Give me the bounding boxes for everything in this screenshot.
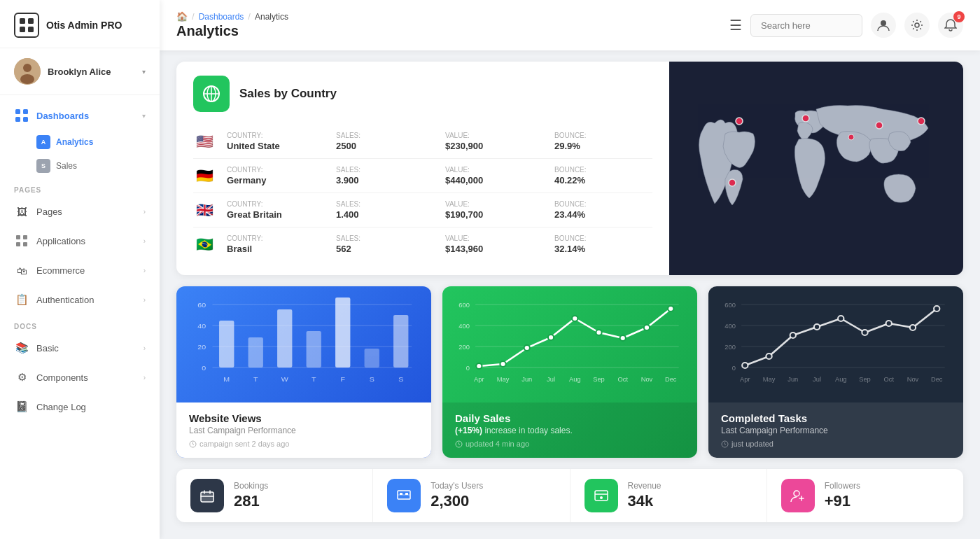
svg-point-92 [910,325,916,330]
value-col: Value: $190,700 [445,200,543,220]
main-content: 🏠 / Dashboards / Analytics Analytics ☰ 9 [160,0,980,539]
svg-text:Jul: Jul [813,376,821,383]
stat-users: Today's Users 2,300 [373,469,570,522]
svg-rect-38 [307,331,321,368]
svg-rect-104 [201,492,214,502]
svg-point-25 [729,179,736,186]
svg-text:S: S [398,376,404,383]
svg-text:Dec: Dec [931,376,943,383]
value-col: Value: $143,960 [445,234,543,254]
svg-text:F: F [340,376,345,383]
user-profile-button[interactable] [871,13,896,38]
analytics-badge: A [36,135,50,149]
svg-point-59 [500,361,505,367]
app-name: Otis Admin PRO [46,20,122,31]
daily-sales-info: Daily Sales (+15%) increase in today sal… [442,402,697,458]
sidebar-item-changelog[interactable]: 📓 Change Log [0,392,160,421]
sidebar-item-authentication[interactable]: 📋 Authentication › [0,285,160,314]
stat-revenue: Revenue 34k [570,469,767,522]
svg-point-110 [600,496,603,499]
sales-card-title: Sales by Country [239,87,337,101]
sidebar-item-components[interactable]: ⚙ Components › [0,363,160,392]
svg-point-89 [838,316,844,321]
sidebar-item-sales[interactable]: S Sales [36,154,160,178]
svg-text:Nov: Nov [641,376,653,383]
ecommerce-label: Ecommerce [36,265,136,276]
sidebar-item-applications[interactable]: Applications › [0,226,160,255]
bookings-icon [190,479,224,512]
components-icon: ⚙ [14,370,29,385]
completed-tasks-subtitle: Last Campaign Performance [721,426,951,435]
svg-rect-0 [20,18,25,24]
dashboards-label: Dashboards [36,111,89,121]
followers-text: Followers +91 [825,481,860,510]
svg-rect-10 [23,117,28,122]
svg-text:Aug: Aug [835,376,847,383]
value-col: Value: $440,000 [445,166,543,186]
sidebar-nav: Dashboards ▾ A Analytics S Sales PAGES 🖼… [0,95,160,539]
svg-point-62 [572,316,578,321]
svg-point-66 [668,306,673,312]
ecommerce-chevron-icon: › [144,267,146,274]
world-map [669,62,963,275]
svg-rect-107 [400,493,402,495]
sidebar: Otis Admin PRO Brooklyn Alice ▾ [0,0,160,539]
sidebar-item-basic[interactable]: 📚 Basic › [0,333,160,363]
svg-rect-108 [405,493,408,495]
settings-button[interactable] [904,13,930,38]
header: 🏠 / Dashboards / Analytics Analytics ☰ 9 [160,0,980,50]
sidebar-item-ecommerce[interactable]: 🛍 Ecommerce › [0,255,160,285]
svg-point-60 [524,345,530,351]
pages-icon: 🖼 [14,204,29,219]
line-chart-area-dark: 600 400 200 0 [708,286,963,402]
svg-rect-12 [23,235,27,239]
value-col: Value: $230,900 [445,132,543,151]
basic-icon: 📚 [14,340,29,356]
svg-text:Dec: Dec [665,376,677,383]
svg-text:May: May [763,376,776,383]
svg-rect-39 [335,298,350,368]
svg-point-16 [915,23,919,27]
svg-text:600: 600 [724,302,736,309]
basic-chevron-icon: › [144,344,146,352]
sidebar-item-pages[interactable]: 🖼 Pages › [0,197,160,226]
sidebar-item-dashboards[interactable]: Dashboards ▾ [0,101,160,130]
flag-de: 🇩🇪 [193,168,216,183]
daily-sales-title: Daily Sales [455,412,685,424]
ecommerce-icon: 🛍 [14,262,29,278]
country-col: Country: United State [227,132,325,151]
applications-label: Applications [36,236,136,246]
stat-followers: Followers +91 [767,469,963,522]
table-row: 🇧🇷 Country: Brasil Sales: 562 Value: $14… [193,227,652,261]
dashboards-submenu: A Analytics S Sales [0,130,160,178]
breadcrumb-dashboards[interactable]: Dashboards [199,12,244,22]
svg-text:Oct: Oct [883,376,894,383]
breadcrumb-sep2: / [248,11,251,22]
notifications-button[interactable]: 9 [938,13,963,38]
svg-text:T: T [312,376,316,383]
applications-icon [14,233,29,248]
changelog-label: Change Log [36,402,146,412]
pages-label: Pages [36,206,136,217]
flag-gb: 🇬🇧 [193,202,216,218]
svg-point-90 [862,330,867,335]
breadcrumb: 🏠 / Dashboards / Analytics [176,11,715,22]
table-row: 🇺🇸 Country: United State Sales: 2500 Val… [193,125,652,159]
search-input[interactable] [750,14,862,37]
svg-rect-35 [219,321,234,368]
user-chevron-icon: ▾ [142,68,146,76]
svg-rect-11 [16,235,20,239]
menu-icon[interactable]: ☰ [729,17,742,34]
world-map-section [669,62,963,275]
sidebar-logo: Otis Admin PRO [0,0,160,48]
svg-point-58 [476,363,482,369]
completed-tasks-title: Completed Tasks [721,412,951,424]
revenue-icon [584,479,618,512]
table-row: 🇬🇧 Country: Great Britain Sales: 1.400 V… [193,193,652,227]
website-views-meta: campaign sent 2 days ago [189,440,419,448]
svg-text:M: M [223,376,230,383]
sidebar-user[interactable]: Brooklyn Alice ▾ [0,48,160,95]
svg-text:Apr: Apr [740,376,750,383]
sales-card-header: Sales by Country [193,76,652,112]
sidebar-item-analytics[interactable]: A Analytics [36,130,160,154]
